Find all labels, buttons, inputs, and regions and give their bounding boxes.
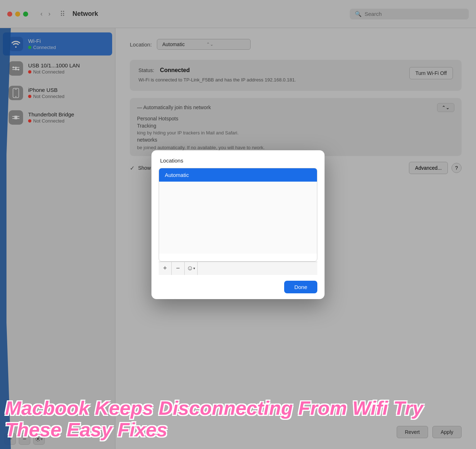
modal-gear-button[interactable]: ☺ ▾ xyxy=(185,262,198,275)
done-button[interactable]: Done xyxy=(284,281,317,293)
modal-body: Locations Automatic + − ☺ ▾ xyxy=(151,150,325,275)
chevron-down-icon: ▾ xyxy=(193,266,195,270)
locations-modal: Locations Automatic + − ☺ ▾ Done xyxy=(151,150,325,299)
watermark-line2: These Easy Fixes xyxy=(5,419,465,440)
modal-list-item-automatic[interactable]: Automatic xyxy=(159,168,317,182)
watermark-line1: Macbook Keeps Disconnecting From Wifi Tr… xyxy=(5,397,465,419)
modal-remove-button[interactable]: − xyxy=(172,262,185,275)
watermark: Macbook Keeps Disconnecting From Wifi Tr… xyxy=(0,390,476,449)
modal-footer: Done xyxy=(151,275,325,299)
modal-title: Locations xyxy=(159,157,317,164)
modal-list-empty xyxy=(159,182,317,254)
modal-search-input[interactable] xyxy=(198,266,317,271)
modal-overlay: Locations Automatic + − ☺ ▾ Done xyxy=(0,0,476,449)
modal-list: Automatic xyxy=(159,168,317,262)
modal-toolbar: + − ☺ ▾ xyxy=(159,262,317,275)
modal-add-button[interactable]: + xyxy=(159,262,172,275)
